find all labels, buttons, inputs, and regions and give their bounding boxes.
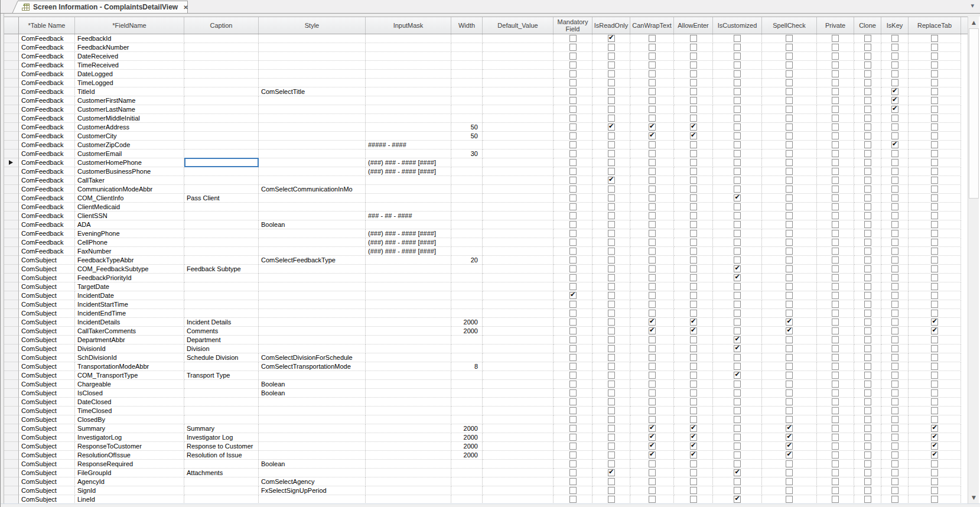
cell-replacetab[interactable] (909, 362, 961, 371)
checkbox-unchecked[interactable] (931, 239, 938, 246)
checkbox-unchecked[interactable] (864, 327, 871, 334)
cell-field_name[interactable]: TimeClosed (75, 407, 184, 415)
cell-allowenter[interactable] (674, 79, 713, 87)
checkbox-unchecked[interactable] (786, 61, 793, 69)
checkbox-unchecked[interactable] (891, 168, 898, 175)
cell-customized[interactable] (713, 291, 762, 300)
checkbox-unchecked[interactable] (832, 35, 839, 42)
checkbox-unchecked[interactable] (931, 124, 938, 131)
cell-caption[interactable] (184, 477, 259, 486)
checkbox-unchecked[interactable] (786, 150, 793, 157)
cell-customized[interactable] (713, 87, 762, 96)
cell-mandatory[interactable] (554, 158, 592, 167)
cell-input_mask[interactable] (366, 282, 451, 291)
checkbox-unchecked[interactable] (891, 318, 898, 326)
checkbox-unchecked[interactable] (690, 301, 697, 308)
cell-wraptext[interactable] (630, 167, 674, 176)
cell-width[interactable]: 2000 (451, 442, 483, 451)
checkbox-unchecked[interactable] (734, 416, 741, 423)
cell-width[interactable]: 30 (451, 150, 483, 158)
checkbox-unchecked[interactable] (734, 221, 741, 228)
checkbox-unchecked[interactable] (931, 354, 938, 361)
cell-replacetab[interactable] (909, 407, 961, 415)
cell-iskey[interactable] (881, 469, 909, 477)
checkbox-checked[interactable]: ✔ (690, 451, 697, 459)
cell-iskey[interactable] (881, 176, 909, 185)
cell-private[interactable] (817, 114, 854, 123)
cell-input_mask[interactable] (366, 150, 451, 158)
checkbox-unchecked[interactable] (569, 487, 577, 494)
checkbox-unchecked[interactable] (569, 318, 577, 326)
cell-default_value[interactable] (483, 176, 554, 185)
cell-readonly[interactable] (592, 274, 630, 282)
checkbox-unchecked[interactable] (832, 97, 839, 104)
cell-style[interactable] (259, 212, 366, 220)
cell-customized[interactable] (713, 407, 762, 415)
cell-readonly[interactable] (592, 96, 630, 105)
checkbox-unchecked[interactable] (608, 230, 615, 237)
cell-clone[interactable] (854, 265, 881, 274)
checkbox-unchecked[interactable] (891, 194, 898, 202)
cell-field_name[interactable]: IncidentDetails (75, 318, 184, 327)
checkbox-unchecked[interactable] (690, 416, 697, 423)
cell-private[interactable] (817, 167, 854, 176)
checkbox-unchecked[interactable] (832, 496, 839, 503)
cell-replacetab[interactable] (909, 282, 961, 291)
cell-style[interactable]: Boolean (259, 220, 366, 229)
cell-iskey[interactable] (881, 220, 909, 229)
checkbox-unchecked[interactable] (832, 79, 839, 86)
cell-width[interactable] (451, 43, 483, 52)
record-selector[interactable] (4, 167, 19, 176)
cell-width[interactable] (451, 371, 483, 380)
cell-caption[interactable] (184, 256, 259, 265)
cell-allowenter[interactable] (674, 486, 713, 495)
cell-wraptext[interactable] (630, 185, 674, 194)
cell-clone[interactable] (854, 185, 881, 194)
checkbox-unchecked[interactable] (569, 363, 577, 370)
cell-replacetab[interactable] (909, 34, 961, 43)
cell-readonly[interactable] (592, 238, 630, 247)
checkbox-unchecked[interactable] (649, 88, 656, 95)
record-selector[interactable] (4, 105, 19, 114)
cell-private[interactable] (817, 309, 854, 318)
cell-input_mask[interactable] (366, 407, 451, 415)
cell-field_name[interactable]: TimeReceived (75, 61, 184, 70)
checkbox-unchecked[interactable] (832, 203, 839, 210)
cell-width[interactable] (451, 220, 483, 229)
cell-caption[interactable] (184, 123, 259, 132)
cell-spellcheck[interactable] (762, 167, 817, 176)
column-header-private[interactable]: Private (817, 17, 854, 34)
cell-width[interactable] (451, 176, 483, 185)
cell-iskey[interactable] (881, 114, 909, 123)
cell-wraptext[interactable]: ✔ (630, 123, 674, 132)
cell-table_name[interactable]: ComSubject (19, 424, 75, 433)
cell-caption[interactable] (184, 238, 259, 247)
cell-table_name[interactable]: ComSubject (19, 486, 75, 495)
checkbox-unchecked[interactable] (734, 88, 741, 95)
cell-spellcheck[interactable] (762, 353, 817, 362)
cell-iskey[interactable]: ✔ (881, 96, 909, 105)
cell-default_value[interactable] (483, 132, 554, 141)
cell-default_value[interactable] (483, 318, 554, 327)
checkbox-unchecked[interactable] (608, 336, 615, 343)
checkbox-unchecked[interactable] (864, 256, 871, 264)
checkbox-unchecked[interactable] (734, 230, 741, 237)
cell-width[interactable] (451, 274, 483, 282)
checkbox-unchecked[interactable] (649, 203, 656, 210)
checkbox-checked[interactable]: ✔ (786, 425, 793, 432)
record-selector[interactable] (4, 132, 19, 141)
record-selector[interactable] (4, 229, 19, 238)
checkbox-unchecked[interactable] (649, 460, 656, 467)
cell-replacetab[interactable] (909, 150, 961, 158)
cell-width[interactable] (451, 61, 483, 70)
cell-readonly[interactable] (592, 203, 630, 212)
cell-table_name[interactable]: ComFeedback (19, 34, 75, 43)
cell-replacetab[interactable] (909, 274, 961, 282)
checkbox-unchecked[interactable] (649, 389, 656, 396)
record-selector[interactable] (4, 87, 19, 96)
cell-customized[interactable] (713, 114, 762, 123)
cell-clone[interactable] (854, 442, 881, 451)
checkbox-unchecked[interactable] (931, 372, 938, 379)
cell-default_value[interactable] (483, 70, 554, 79)
checkbox-unchecked[interactable] (891, 212, 898, 219)
